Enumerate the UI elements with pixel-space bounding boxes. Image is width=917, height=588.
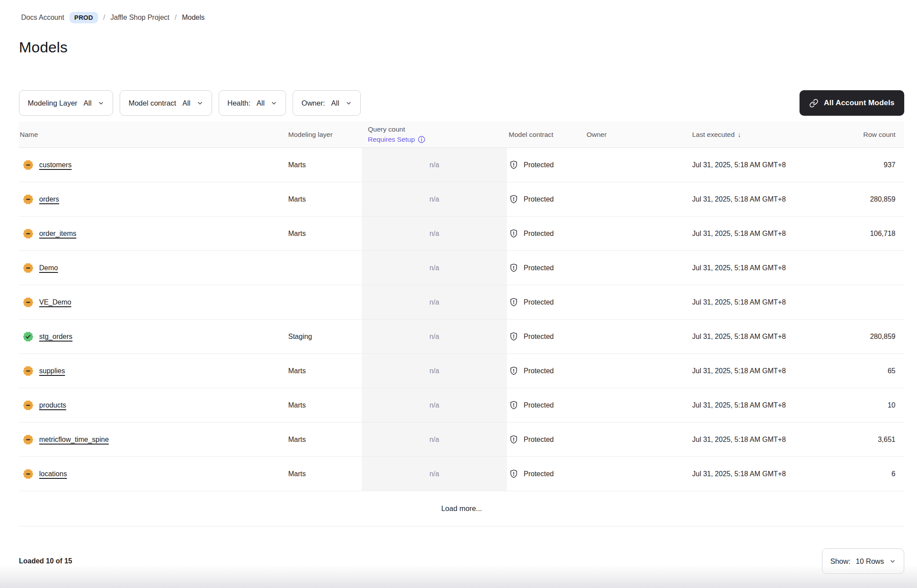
table-row: Demo n/a Protected Jul 31, 2025, 5:18 AM…	[19, 251, 904, 285]
chevron-down-icon	[98, 100, 104, 107]
breadcrumb-separator: /	[175, 14, 176, 22]
header-owner[interactable]: Owner	[585, 121, 689, 147]
model-contract-label: Protected	[524, 367, 554, 375]
modeling-layer-cell: Marts	[280, 182, 362, 216]
row-count-cell	[814, 251, 904, 285]
health-badge-icon	[23, 160, 33, 170]
query-count-cell: n/a	[362, 354, 507, 388]
filter-value: All	[257, 99, 264, 107]
header-modeling-layer[interactable]: Modeling layer	[280, 121, 362, 147]
last-executed-cell: Jul 31, 2025, 5:18 AM GMT+8	[689, 182, 814, 216]
filter-bar: Modeling Layer All Model contract All He…	[19, 90, 904, 116]
breadcrumb-account[interactable]: Docs Account	[21, 14, 64, 22]
table-row: orders Marts n/a Protected Jul 31, 2025,…	[19, 182, 904, 217]
all-account-models-button[interactable]: All Account Models	[800, 90, 904, 116]
filter-value: All	[331, 99, 339, 107]
table-row: customers Marts n/a Protected Jul 31, 20…	[19, 148, 904, 182]
model-name-link[interactable]: stg_orders	[39, 333, 73, 341]
model-contract-cell: Protected	[507, 388, 585, 422]
filter-health[interactable]: Health: All	[219, 90, 286, 116]
model-name-link[interactable]: Demo	[39, 264, 58, 272]
table-body: customers Marts n/a Protected Jul 31, 20…	[19, 148, 904, 491]
load-more-row: Load more...	[19, 491, 904, 526]
model-contract-label: Protected	[524, 264, 554, 272]
load-more-button[interactable]: Load more...	[441, 504, 482, 513]
query-count-cell: n/a	[362, 148, 507, 182]
health-badge-icon	[23, 469, 33, 479]
show-label: Show:	[830, 557, 851, 566]
model-name-link[interactable]: customers	[39, 161, 72, 169]
query-count-cell: n/a	[362, 251, 507, 285]
shield-icon	[509, 469, 519, 479]
owner-cell	[585, 285, 689, 319]
breadcrumb-current: Models	[182, 14, 205, 22]
last-executed-cell: Jul 31, 2025, 5:18 AM GMT+8	[689, 388, 814, 422]
filter-modeling-layer[interactable]: Modeling Layer All	[19, 90, 113, 116]
model-name-link[interactable]: supplies	[39, 367, 65, 375]
shield-icon	[509, 297, 519, 307]
header-name[interactable]: Name	[19, 121, 280, 147]
filter-label: Model contract	[128, 99, 176, 107]
owner-cell	[585, 388, 689, 422]
model-name-link[interactable]: orders	[39, 195, 59, 203]
row-count-cell: 106,718	[814, 217, 904, 250]
breadcrumb-project[interactable]: Jaffle Shop Project	[110, 14, 169, 22]
health-badge-icon	[23, 297, 33, 308]
table-row: locations Marts n/a Protected Jul 31, 20…	[19, 457, 904, 491]
filter-owner[interactable]: Owner: All	[293, 90, 361, 116]
show-rows-select[interactable]: Show: 10 Rows	[822, 548, 904, 574]
modeling-layer-cell: Marts	[280, 148, 362, 182]
row-count-cell: 280,859	[814, 320, 904, 353]
row-count-cell: 3,651	[814, 423, 904, 456]
name-cell: Demo	[19, 251, 280, 285]
model-contract-cell: Protected	[507, 423, 585, 456]
page-title: Models	[19, 39, 904, 56]
model-contract-cell: Protected	[507, 457, 585, 491]
shield-icon	[509, 194, 519, 204]
shield-icon	[509, 366, 519, 376]
health-badge-icon	[23, 434, 33, 445]
last-executed-cell: Jul 31, 2025, 5:18 AM GMT+8	[689, 457, 814, 491]
shield-icon	[509, 228, 519, 239]
owner-cell	[585, 148, 689, 182]
model-name-link[interactable]: order_items	[39, 230, 76, 238]
filter-model-contract[interactable]: Model contract All	[120, 90, 212, 116]
model-name-link[interactable]: locations	[39, 470, 67, 478]
last-executed-cell: Jul 31, 2025, 5:18 AM GMT+8	[689, 285, 814, 319]
modeling-layer-cell	[280, 251, 362, 285]
health-badge-icon	[23, 194, 33, 205]
header-model-contract[interactable]: Model contract	[507, 121, 585, 147]
header-row-count[interactable]: Row count	[814, 121, 904, 147]
filter-label: Modeling Layer	[28, 99, 77, 107]
requires-setup-link[interactable]: Requires Setup	[368, 135, 425, 144]
link-icon	[809, 99, 818, 108]
show-value: 10 Rows	[856, 557, 884, 566]
header-query-count-label: Query count	[368, 125, 425, 134]
info-icon[interactable]	[418, 136, 425, 143]
table-row: VE_Demo n/a Protected Jul 31, 2025, 5:18…	[19, 285, 904, 320]
modeling-layer-cell: Marts	[280, 388, 362, 422]
health-badge-icon	[23, 263, 33, 273]
row-count-cell: 280,859	[814, 182, 904, 216]
owner-cell	[585, 320, 689, 353]
model-name-link[interactable]: products	[39, 401, 66, 409]
query-count-cell: n/a	[362, 388, 507, 422]
model-contract-label: Protected	[524, 298, 554, 306]
footer-bar: Loaded 10 of 15 Show: 10 Rows	[19, 526, 904, 574]
model-contract-cell: Protected	[507, 217, 585, 250]
model-name-link[interactable]: VE_Demo	[39, 298, 71, 306]
model-contract-cell: Protected	[507, 251, 585, 285]
last-executed-cell: Jul 31, 2025, 5:18 AM GMT+8	[689, 148, 814, 182]
filter-label: Owner:	[301, 99, 325, 107]
model-contract-cell: Protected	[507, 320, 585, 353]
model-name-link[interactable]: metricflow_time_spine	[39, 436, 109, 444]
sort-descending-icon[interactable]: ↓	[738, 131, 741, 138]
row-count-cell	[814, 285, 904, 319]
filter-value: All	[84, 99, 92, 107]
name-cell: order_items	[19, 217, 280, 250]
shield-icon	[509, 160, 519, 170]
header-last-executed[interactable]: Last executed ↓	[689, 121, 814, 147]
owner-cell	[585, 423, 689, 456]
model-contract-cell: Protected	[507, 354, 585, 388]
name-cell: supplies	[19, 354, 280, 388]
